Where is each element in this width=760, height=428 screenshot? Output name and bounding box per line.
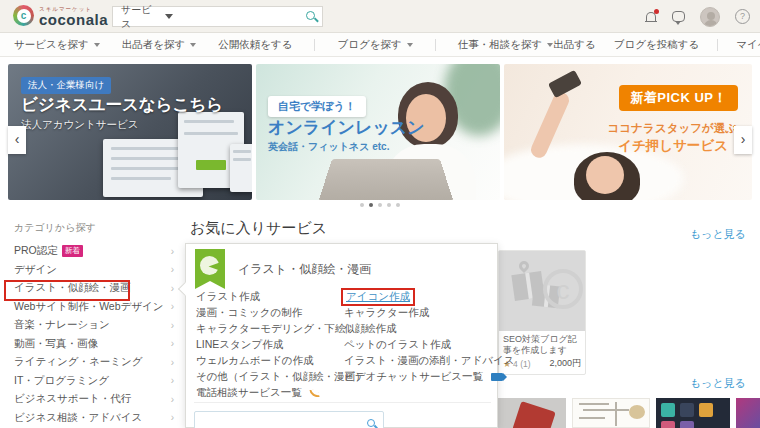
flyout-search-input[interactable]	[199, 414, 354, 428]
flyout-link-video-chat[interactable]: ビデオチャットサービス一覧	[344, 370, 503, 384]
caret-down-icon	[94, 43, 100, 47]
carousel-dot[interactable]	[378, 203, 382, 207]
nav-public-request[interactable]: 公開依頼をする	[218, 38, 292, 52]
laptop-graphic	[318, 159, 453, 200]
sidebar-item-label: 音楽・ナレーション	[14, 318, 110, 332]
flyout-notch	[178, 282, 192, 296]
flyout-link-character-creation[interactable]: キャラクター作成	[344, 306, 429, 320]
service-thumbnail[interactable]	[572, 398, 650, 428]
new-badge: 新着	[62, 245, 83, 257]
chevron-right-icon: ›	[171, 375, 174, 386]
carousel-dots	[0, 203, 760, 207]
help-icon[interactable]: ?	[735, 9, 750, 24]
banner2-subtitle: 英会話・フィットネス etc.	[268, 140, 389, 154]
chevron-right-icon: ›	[171, 412, 174, 423]
chevron-right-icon: ›	[171, 301, 174, 312]
nav-sell[interactable]: 出品する	[553, 38, 596, 52]
nav-find-jobs[interactable]: 仕事・相談を探す	[458, 38, 554, 52]
nav-label: ブログを探す	[337, 38, 401, 52]
nav-label: ブログを投稿する	[614, 38, 699, 52]
flyout-link-label: アイコン作成	[346, 290, 410, 302]
banner1-title: ビジネスユースならこちら	[21, 94, 223, 116]
sidebar-item-label: Webサイト制作・Webデザイン	[14, 300, 164, 314]
sidebar-item-label: ビジネス相談・アドバイス	[14, 411, 142, 425]
sidebar-item-business-advice[interactable]: ビジネス相談・アドバイス ›	[8, 409, 178, 428]
flyout-link-manga[interactable]: 漫画・コミックの制作	[196, 306, 302, 320]
chevron-right-icon: ›	[171, 320, 174, 331]
coconala-watermark: c	[543, 269, 583, 309]
flyout-link-illustration[interactable]: イラスト作成	[196, 290, 260, 304]
sidebar-item-label: IT・プログラミング	[14, 374, 109, 388]
flyout-link-label: 電話相談サービス一覧	[196, 386, 302, 398]
nav-label: 仕事・相談を探す	[458, 38, 543, 52]
search-category-select[interactable]: サービス	[112, 6, 174, 27]
sidebar-item-web[interactable]: Webサイト制作・Webデザイン ›	[8, 298, 178, 317]
nav-label: 公開依頼をする	[218, 38, 292, 52]
search-category-value: サービス	[121, 3, 159, 31]
carousel-next-button[interactable]: ›	[734, 126, 752, 154]
flyout-divider	[194, 402, 491, 403]
search-icon[interactable]	[367, 419, 375, 427]
flyout-link-welcome-board[interactable]: ウェルカムボードの作成	[196, 354, 313, 368]
rating-value: 4 (1)	[513, 359, 530, 369]
caret-down-icon	[165, 14, 173, 19]
sidebar-item-writing[interactable]: ライティング・ネーミング ›	[8, 353, 178, 372]
flyout-link-other[interactable]: その他（イラスト・似顔絵・漫画）	[196, 370, 365, 384]
banner-new-pickup[interactable]: 新着PICK UP！ ココナラスタッフが選ぶ イチ押しサービス	[504, 64, 752, 200]
more-link-bottom[interactable]: もっと見る	[690, 376, 746, 391]
flyout-link-pet-illustration[interactable]: ペットのイラスト作成	[344, 338, 451, 352]
carousel-dot[interactable]	[387, 203, 391, 207]
service-thumbnail[interactable]	[736, 398, 760, 428]
sidebar-item-design[interactable]: デザイン ›	[8, 261, 178, 280]
caret-down-icon	[190, 43, 196, 47]
banner1-badge: 法人・企業様向け	[21, 77, 111, 94]
flyout-link-phone-consult[interactable]: 電話相談サービス一覧	[196, 386, 319, 400]
banner-business-use[interactable]: 法人・企業様向け ビジネスユースならこちら 法人アカウントサービス	[8, 64, 252, 200]
sidebar-item-music[interactable]: 音楽・ナレーション ›	[8, 316, 178, 335]
search-input[interactable]	[175, 8, 293, 25]
flyout-link-line-stamp[interactable]: LINEスタンプ作成	[196, 338, 283, 352]
carousel-dot[interactable]	[396, 203, 400, 207]
nav-divider	[314, 39, 315, 51]
sidebar-item-label: デザイン	[14, 263, 57, 277]
chevron-right-icon: ›	[171, 246, 174, 257]
carousel-prev-button[interactable]: ‹	[8, 126, 26, 154]
carousel-dot-active[interactable]	[369, 203, 373, 207]
sidebar-item-label: ビジネスサポート・代行	[14, 392, 131, 406]
sidebar-item-it[interactable]: IT・プログラミング ›	[8, 372, 178, 391]
banner-online-lesson[interactable]: 自宅で学ぼう！ オンラインレッスン 英会話・フィットネス etc.	[256, 64, 500, 200]
flyout-link-portrait[interactable]: 似顔絵作成	[344, 322, 397, 336]
nav-mypage[interactable]: マイページ	[736, 38, 760, 52]
banner2-badge: 自宅で学ぼう！	[268, 96, 366, 117]
flyout-link-icon-creation[interactable]: アイコン作成	[344, 290, 412, 304]
messages-chat-icon[interactable]	[672, 11, 685, 22]
notifications-bell-icon[interactable]	[645, 11, 657, 23]
sidebar-item-label: ライティング・ネーミング	[14, 355, 142, 369]
flyout-link-review-advice[interactable]: イラスト・漫画の添削・アドバイス	[344, 354, 514, 368]
sidebar-item-business-support[interactable]: ビジネスサポート・代行 ›	[8, 390, 178, 409]
nav-find-blogs[interactable]: ブログを探す	[337, 38, 412, 52]
top-header: スキルマーケット coconala サービス ?	[0, 0, 760, 33]
person-face-graphic	[586, 156, 624, 194]
category-flyout-menu: イラスト・似顔絵・漫画 イラスト作成 漫画・コミックの制作 キャラクターモデリン…	[185, 243, 498, 428]
nav-find-services[interactable]: サービスを探す	[14, 38, 100, 52]
flyout-link-label: ビデオチャットサービス一覧	[344, 370, 483, 382]
nav-find-sellers[interactable]: 出品者を探す	[122, 38, 197, 52]
coconala-logo[interactable]: スキルマーケット coconala	[13, 5, 108, 26]
sidebar-item-video[interactable]: 動画・写真・画像 ›	[8, 335, 178, 354]
sidebar-item-illustration[interactable]: イラスト・似顔絵・漫画 ›	[8, 279, 178, 298]
service-thumbnail[interactable]	[656, 398, 730, 428]
sidebar-title: カテゴリから探す	[14, 221, 96, 235]
user-avatar[interactable]	[700, 7, 720, 27]
nav-post-blog[interactable]: ブログを投稿する	[614, 38, 699, 52]
flyout-link-character-modeling[interactable]: キャラクターモデリング・下絵	[196, 322, 345, 336]
coconala-logo-icon	[13, 5, 34, 26]
flyout-category-title: イラスト・似顔絵・漫画	[238, 261, 371, 278]
more-link-top[interactable]: もっと見る	[690, 227, 746, 242]
search-icon[interactable]	[306, 11, 315, 20]
sidebar-item-pro[interactable]: PRO認定 新着 ›	[8, 242, 178, 261]
service-thumbnail[interactable]	[498, 398, 566, 428]
carousel-dot[interactable]	[360, 203, 364, 207]
video-camera-icon	[491, 373, 503, 381]
caret-down-icon	[407, 43, 413, 47]
